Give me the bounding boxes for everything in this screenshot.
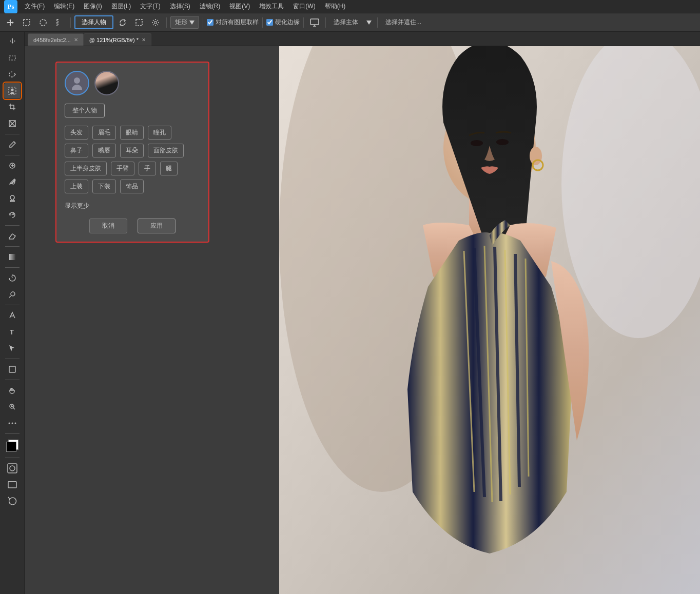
person-photo-thumbnail (95, 72, 118, 94)
settings-btn[interactable] (148, 15, 163, 30)
gradient-tool[interactable] (4, 249, 21, 265)
svg-rect-18 (9, 366, 15, 372)
separator-4 (262, 17, 263, 28)
marquee-ellipse-btn[interactable] (36, 15, 50, 30)
whole-person-btn[interactable]: 整个人物 (65, 104, 105, 117)
harden-edges-checkbox[interactable] (266, 19, 273, 26)
healing-tool[interactable] (4, 158, 21, 173)
svg-rect-2 (57, 19, 58, 26)
menu-type[interactable]: 文字(T) (136, 1, 164, 12)
model-image (279, 46, 700, 594)
part-upper-body-skin[interactable]: 上半身皮肤 (65, 162, 107, 175)
hand-tool[interactable] (4, 383, 21, 398)
photo-canvas (279, 46, 700, 594)
more-tools[interactable] (4, 415, 21, 431)
shape-tool[interactable] (4, 362, 21, 377)
monitor-btn[interactable] (307, 15, 322, 30)
show-less-link[interactable]: 显示更少 (65, 202, 200, 210)
part-top-clothing[interactable]: 上装 (65, 180, 88, 193)
single-col-btn[interactable] (52, 15, 67, 30)
separator-1 (70, 17, 71, 28)
select-subject-dropdown[interactable] (364, 15, 374, 30)
svg-point-16 (11, 292, 15, 296)
menu-view[interactable]: 视图(V) (225, 1, 254, 12)
part-arms[interactable]: 手臂 (111, 162, 134, 175)
rotate-view-btn[interactable] (4, 493, 21, 509)
tab-close-2[interactable]: ✕ (142, 37, 146, 43)
avatar-generic[interactable] (65, 71, 89, 95)
part-nose[interactable]: 鼻子 (65, 144, 88, 157)
part-hands[interactable]: 手 (139, 162, 156, 175)
path-select-tool[interactable] (4, 341, 21, 356)
menu-plugins[interactable]: 增效工具 (255, 1, 288, 12)
menu-filter[interactable]: 滤镜(R) (196, 1, 225, 12)
menu-file[interactable]: 文件(F) (21, 1, 49, 12)
select-person-btn[interactable]: 选择人物 (74, 15, 113, 29)
tab-file-2[interactable]: @ 121%(RGB/8#) * ✕ (84, 33, 151, 46)
marquee-tool[interactable] (4, 50, 21, 66)
brush-tool[interactable] (4, 174, 21, 190)
select-person-popup: 整个人物 头发 眉毛 眼睛 瞳孔 鼻子 嘴唇 耳朵 面部皮肤 (55, 62, 209, 243)
tool-sep-8 (5, 380, 20, 380)
part-eyes[interactable]: 眼睛 (120, 126, 144, 140)
menu-window[interactable]: 窗口(W) (289, 1, 319, 12)
part-accessories[interactable]: 饰品 (120, 180, 144, 193)
foreground-color[interactable] (6, 442, 16, 452)
sample-all-layers-checkbox[interactable] (207, 19, 213, 26)
history-brush[interactable] (4, 207, 21, 223)
select-subject-tool[interactable] (4, 83, 21, 98)
move-tool-btn[interactable] (3, 15, 17, 30)
pen-tool[interactable] (4, 308, 21, 323)
quick-mask-btn[interactable] (4, 461, 21, 476)
part-ears[interactable]: 耳朵 (120, 144, 144, 157)
apply-btn[interactable]: 应用 (138, 219, 176, 233)
menu-layer[interactable]: 图层(L) (107, 1, 135, 12)
refresh-btn[interactable] (115, 15, 130, 30)
menu-help[interactable]: 帮助(H) (321, 1, 350, 12)
tab-close-1[interactable]: ✕ (74, 37, 78, 43)
svg-rect-27 (8, 482, 16, 488)
part-face-skin[interactable]: 面部皮肤 (148, 144, 184, 157)
part-legs[interactable]: 腿 (160, 162, 178, 175)
main-area: T (0, 32, 700, 594)
cancel-btn[interactable]: 取消 (89, 219, 127, 233)
shape-dropdown[interactable]: 矩形 (170, 16, 199, 29)
part-eyebrow[interactable]: 眉毛 (92, 126, 116, 140)
options-toolbar: 选择人物 矩形 对所有图层取样 硬化边缘 选择主体 选择并遮住... (0, 13, 700, 32)
part-hair[interactable]: 头发 (65, 126, 88, 140)
move-tool[interactable] (4, 34, 21, 49)
stamp-tool[interactable] (4, 191, 21, 206)
svg-rect-14 (10, 201, 14, 202)
part-pupil[interactable]: 瞳孔 (148, 126, 171, 140)
eyedropper-tool[interactable] (4, 137, 21, 152)
frame-tool[interactable] (4, 116, 21, 131)
new-selection-btn[interactable] (132, 15, 146, 30)
dodge-tool[interactable] (4, 287, 21, 302)
part-lips[interactable]: 嘴唇 (92, 144, 116, 157)
select-subject-btn[interactable]: 选择主体 (329, 15, 362, 30)
zoom-tool[interactable] (4, 399, 21, 414)
svg-point-26 (10, 466, 15, 471)
separator-5 (303, 17, 304, 28)
color-swatches[interactable] (5, 439, 20, 453)
lasso-tool[interactable] (4, 67, 21, 82)
marquee-rect-btn[interactable] (20, 15, 34, 30)
screen-mode-btn[interactable] (4, 477, 21, 492)
select-and-mask-btn[interactable]: 选择并遮住... (381, 15, 425, 30)
menu-select[interactable]: 选择(S) (166, 1, 195, 12)
avatar-photo[interactable] (94, 71, 119, 95)
svg-text:T: T (10, 328, 14, 336)
harden-edges-label[interactable]: 硬化边缘 (266, 18, 300, 27)
tab-file-1[interactable]: d458fe2ebc2... ✕ (28, 33, 84, 46)
person-silhouette-icon (69, 75, 85, 91)
separator-3 (203, 17, 203, 28)
type-tool[interactable]: T (4, 324, 21, 340)
menu-edit[interactable]: 编辑(E) (50, 1, 79, 12)
part-bottom-clothing[interactable]: 下装 (92, 180, 116, 193)
blur-tool[interactable] (4, 270, 21, 286)
tool-sep-3 (5, 225, 20, 226)
sample-all-layers-label[interactable]: 对所有图层取样 (207, 18, 259, 27)
menu-image[interactable]: 图像(I) (80, 1, 106, 12)
eraser-tool[interactable] (4, 228, 21, 244)
crop-tool[interactable] (4, 100, 21, 115)
